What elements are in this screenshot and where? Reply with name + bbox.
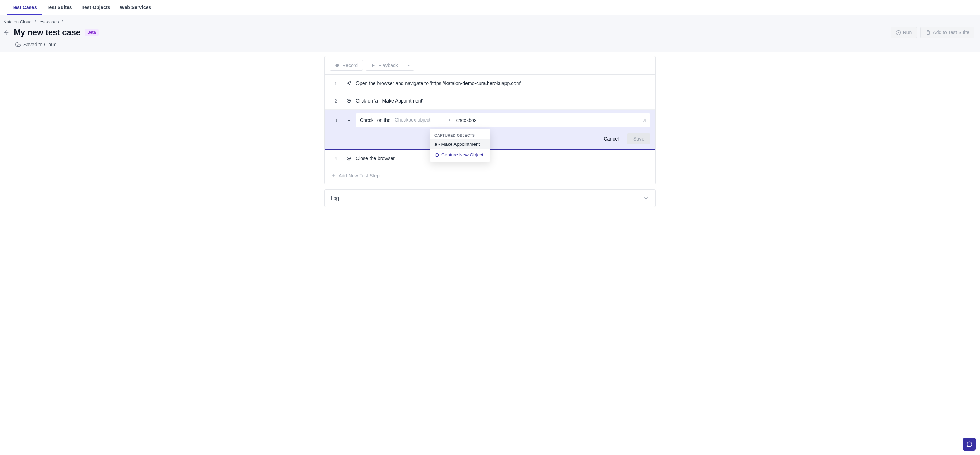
object-dropdown: CAPTURED OBJECTS a - Make Appointment Ca… <box>430 129 490 161</box>
tab-web-services[interactable]: Web Services <box>115 0 156 15</box>
target-icon <box>434 153 439 157</box>
saved-status-text: Saved to Cloud <box>24 42 57 47</box>
main-area: Record Playback 1 Open the brows <box>3 56 977 207</box>
play-circle-icon <box>896 30 901 35</box>
step-word-checkbox: checkbox <box>456 117 477 123</box>
cursor-icon <box>342 156 356 161</box>
playback-dropdown-button[interactable] <box>403 60 414 71</box>
capture-label: Capture New Object <box>441 152 484 157</box>
plus-icon <box>331 173 336 178</box>
back-arrow-icon[interactable] <box>3 29 10 35</box>
breadcrumb-item[interactable]: Katalon Cloud <box>3 19 32 24</box>
cloud-check-icon <box>15 42 21 47</box>
navigate-icon <box>342 81 356 86</box>
dropdown-header: CAPTURED OBJECTS <box>430 131 490 139</box>
beta-badge: Beta <box>84 29 99 36</box>
step-number: 2 <box>329 98 342 104</box>
svg-marker-1 <box>898 32 899 34</box>
save-button[interactable]: Save <box>627 133 651 144</box>
step-text: Close the browser <box>356 156 651 161</box>
step-row[interactable]: 1 Open the browser and navigate to 'http… <box>325 75 655 92</box>
svg-point-13 <box>348 158 350 159</box>
step-word-check: Check <box>360 117 374 123</box>
step-number: 1 <box>329 81 342 86</box>
add-to-suite-button[interactable]: Add to Test Suite <box>920 27 974 38</box>
step-row-editing: 3 Check on the Checkbox object ▲ checkbo… <box>325 110 655 150</box>
svg-point-12 <box>347 157 350 160</box>
saved-status: Saved to Cloud <box>3 42 977 47</box>
playback-button[interactable]: Playback <box>366 60 403 71</box>
add-to-suite-label: Add to Test Suite <box>933 30 969 35</box>
svg-point-7 <box>435 153 438 156</box>
checkbox-object-input[interactable]: Checkbox object ▲ <box>394 116 453 124</box>
capture-new-object-button[interactable]: Capture New Object <box>430 150 490 160</box>
tab-test-cases[interactable]: Test Cases <box>7 0 42 15</box>
cursor-icon <box>342 98 356 103</box>
page-title: My new test case <box>14 28 80 37</box>
add-step-label: Add New Test Step <box>339 173 380 179</box>
tab-test-objects[interactable]: Test Objects <box>77 0 115 15</box>
run-button[interactable]: Run <box>891 27 917 38</box>
check-down-icon <box>342 118 356 123</box>
add-new-step-button[interactable]: Add New Test Step <box>325 168 655 184</box>
play-icon <box>371 63 375 68</box>
record-label: Record <box>342 62 358 68</box>
playback-label: Playback <box>378 62 398 68</box>
step-row[interactable]: 2 Click on 'a - Make Appointment' <box>325 92 655 110</box>
top-tabs: Test Cases Test Suites Test Objects Web … <box>0 0 980 15</box>
record-button[interactable]: Record <box>329 60 363 71</box>
step-text: Open the browser and navigate to 'https:… <box>356 80 651 86</box>
step-number: 4 <box>329 156 342 161</box>
step-edit-bubble: Check on the Checkbox object ▲ checkbox <box>356 113 651 127</box>
tab-test-suites[interactable]: Test Suites <box>42 0 77 15</box>
object-placeholder: Checkbox object <box>395 117 431 123</box>
run-button-label: Run <box>903 30 912 35</box>
clipboard-icon <box>926 30 931 35</box>
breadcrumb-item[interactable]: test-cases <box>38 19 59 24</box>
step-number: 3 <box>329 118 342 123</box>
caret-up-icon: ▲ <box>448 118 451 122</box>
log-panel-toggle[interactable]: Log <box>325 189 655 207</box>
dropdown-item[interactable]: a - Make Appointment <box>430 139 490 150</box>
record-icon <box>335 63 340 68</box>
breadcrumb: Katalon Cloud / test-cases / <box>3 19 977 24</box>
close-icon[interactable] <box>642 118 647 123</box>
svg-marker-4 <box>372 64 375 67</box>
editor-toolbar: Record Playback <box>325 56 655 75</box>
svg-point-3 <box>336 64 339 67</box>
editor-card: Record Playback 1 Open the brows <box>325 56 655 184</box>
chevron-down-icon <box>643 195 649 201</box>
cancel-button[interactable]: Cancel <box>600 133 622 144</box>
breadcrumb-separator: / <box>35 19 36 24</box>
svg-point-6 <box>348 100 350 102</box>
chevron-down-icon <box>406 63 410 67</box>
breadcrumb-separator: / <box>62 19 63 24</box>
steps-list: 1 Open the browser and navigate to 'http… <box>325 75 655 168</box>
step-text: Click on 'a - Make Appointment' <box>356 98 651 104</box>
step-word-onthe: on the <box>377 117 391 123</box>
log-label: Log <box>331 195 339 201</box>
svg-point-5 <box>347 99 350 102</box>
page-header: Katalon Cloud / test-cases / My new test… <box>0 15 980 53</box>
